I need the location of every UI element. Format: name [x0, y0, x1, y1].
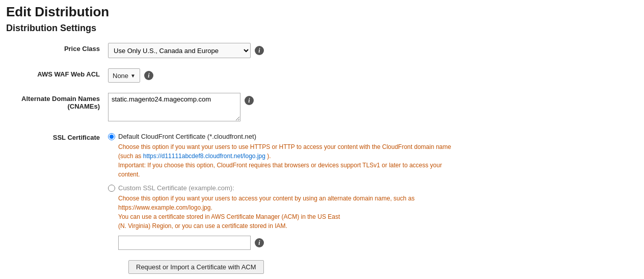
waf-acl-dropdown[interactable]: None ▼ [108, 68, 140, 83]
price-class-select[interactable]: Use Only U.S., Canada and Europe Use U.S… [108, 43, 251, 58]
cname-info-icon[interactable]: i [245, 96, 254, 105]
cname-field: static.magento24.magecomp.com i [108, 91, 638, 130]
ssl-default-description: Choose this option if you want your user… [118, 142, 465, 179]
cname-textarea[interactable]: static.magento24.magecomp.com [108, 93, 240, 121]
ssl-default-link[interactable]: https://d11111abcdef8.cloudfront.net/log… [143, 153, 265, 160]
ssl-custom-input-row: i [118, 236, 638, 250]
ssl-default-radio[interactable] [108, 133, 115, 140]
cname-label: Alternate Domain Names (CNAMEs) [6, 91, 108, 130]
waf-acl-chevron-icon: ▼ [130, 73, 136, 79]
ssl-section: Default CloudFront Certificate (*.cloudf… [108, 133, 638, 279]
ssl-custom-input[interactable] [118, 236, 251, 250]
ssl-custom-info-icon[interactable]: i [255, 238, 264, 247]
acm-button[interactable]: Request or Import a Certificate with ACM [128, 260, 264, 274]
ssl-field: Default CloudFront Certificate (*.cloudf… [108, 130, 638, 279]
waf-acl-label: AWS WAF Web ACL [6, 66, 108, 91]
ssl-custom-radio[interactable] [108, 185, 115, 192]
price-class-label: Price Class [6, 41, 108, 66]
ssl-custom-label[interactable]: Custom SSL Certificate (example.com): [118, 184, 234, 192]
price-class-field: Use Only U.S., Canada and Europe Use U.S… [108, 41, 638, 66]
ssl-default-radio-row: Default CloudFront Certificate (*.cloudf… [108, 133, 638, 140]
price-class-info-icon[interactable]: i [255, 46, 264, 55]
waf-acl-value: None [113, 72, 128, 80]
page-title: Edit Distribution [6, 4, 638, 20]
ssl-custom-radio-row: Custom SSL Certificate (example.com): [108, 184, 638, 192]
ssl-row: SSL Certificate Default CloudFront Certi… [6, 130, 638, 279]
price-class-row: Price Class Use Only U.S., Canada and Eu… [6, 41, 638, 66]
distribution-form: Price Class Use Only U.S., Canada and Eu… [6, 41, 638, 279]
ssl-label: SSL Certificate [6, 130, 108, 279]
waf-acl-info-icon[interactable]: i [144, 71, 153, 80]
waf-acl-field: None ▼ i [108, 66, 638, 91]
cname-row: Alternate Domain Names (CNAMEs) static.m… [6, 91, 638, 130]
ssl-custom-description: Choose this option if you want your user… [118, 194, 465, 231]
section-title: Distribution Settings [6, 23, 638, 34]
ssl-default-label[interactable]: Default CloudFront Certificate (*.cloudf… [118, 133, 256, 140]
waf-acl-row: AWS WAF Web ACL None ▼ i [6, 66, 638, 91]
acm-button-container: Request or Import a Certificate with ACM [118, 255, 638, 274]
